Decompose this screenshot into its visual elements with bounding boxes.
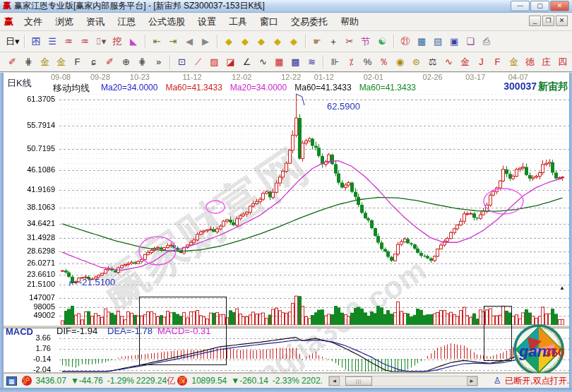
price-scale-icon[interactable]: ⊪ (328, 54, 342, 70)
gold2-angle-icon[interactable]: 金 (506, 54, 521, 70)
diamond-fit-button[interactable]: ◆ (287, 34, 302, 49)
percent-slash-icon[interactable]: ⁒ (344, 54, 359, 70)
zhuang-angle-icon[interactable]: 庄 (539, 54, 554, 70)
fan-tool-icon[interactable]: ◪ (223, 54, 238, 70)
matrix-grid-icon[interactable]: ▦ (272, 54, 287, 70)
stock-name-label: 新宙邦 (538, 81, 568, 93)
circle-grid-icon[interactable]: ⊕ (119, 54, 133, 70)
keyboard-wizard-icon[interactable]: ▦ (6, 376, 17, 386)
mdi-close-button[interactable]: ✕ (556, 16, 568, 26)
hand-tool-button[interactable]: ☛ (310, 34, 325, 49)
gann-grid-icon[interactable]: ⋕ (21, 54, 36, 70)
market-sz-change: ▼-260.14 (231, 376, 268, 386)
market-sh-amount: 2229.24 (136, 376, 167, 386)
spiral-icon[interactable]: ɕ (86, 54, 101, 70)
mdi-minimize-button[interactable]: _ (529, 16, 541, 26)
gann-tool-icon[interactable]: 挖 (110, 34, 125, 49)
scale-pen-icon[interactable]: ⚖ (425, 54, 440, 70)
wave-count-icon[interactable]: ∿ (256, 54, 270, 70)
maximize-button[interactable]: ▢ (530, 1, 549, 11)
last-page-button[interactable]: ⇥ (166, 34, 181, 49)
menu-item-7[interactable]: 工具 (222, 14, 254, 29)
prev-page-button[interactable]: ◀ (182, 34, 197, 49)
save-icon[interactable]: ▣ (447, 34, 462, 49)
scroll-left-arrow[interactable]: ◄ (329, 376, 340, 386)
box-select-icon[interactable]: ⊡ (174, 54, 189, 70)
share-icon[interactable]: ❏ (463, 34, 478, 49)
wave3-icon[interactable]: ♒ (61, 34, 76, 49)
connection-status-text[interactable]: 已断开,双点打开. (505, 375, 569, 387)
festival-icon[interactable]: 节 (359, 34, 374, 49)
angle-tool-icon[interactable]: ∠ (239, 54, 254, 70)
four-angle-icon[interactable]: 四 (555, 54, 570, 70)
peak-price-annotation: 62.5900 (327, 101, 360, 112)
macd-axis-label: -0.14 (11, 355, 51, 363)
f-line-icon[interactable]: F (490, 54, 505, 70)
percent-icon[interactable]: % (360, 54, 375, 70)
lines-icon[interactable]: ≋ (304, 54, 319, 70)
gold-circle-icon[interactable]: ◉ (393, 54, 407, 70)
chart-horizontal-scrollbar[interactable]: ◄ ||| ► (328, 376, 478, 386)
j-line-icon[interactable]: J (474, 54, 489, 70)
candle-style-button[interactable]: ⌷▾ (94, 34, 109, 49)
market-icon-sz[interactable]: 深 (177, 376, 187, 386)
crosshair-button[interactable]: ＋ (326, 34, 341, 49)
scroll-right-arrow[interactable]: ► (467, 376, 477, 386)
brain-icon[interactable]: ☯ (375, 34, 390, 49)
menu-item-5[interactable]: 公式选股 (142, 14, 191, 29)
ray-fan-icon[interactable]: ⟋ (191, 54, 205, 70)
first-page-button[interactable]: ⇤ (150, 34, 165, 49)
toolbar-row-2: ✐⋕金金Fɕ✐⊕⋕»⊡⟋▨◪∠∿▦▩≋⊪⁒%％◉⊜⚖∿金JF金徳庄四 (0, 52, 572, 73)
menu-item-1[interactable]: 文件 (18, 14, 49, 29)
brush-grid-icon[interactable]: ✐ (102, 54, 117, 70)
next-page-button[interactable]: ▶ (198, 34, 213, 49)
menu-item-3[interactable]: 资讯 (80, 14, 111, 29)
calculator-icon[interactable]: ▦ (415, 34, 429, 49)
menu-item-8[interactable]: 窗口 (254, 14, 285, 29)
menu-item-9[interactable]: 交易委托 (285, 14, 334, 29)
close-button[interactable]: ✕ (550, 1, 569, 11)
golden-section-icon[interactable]: 金 (37, 54, 52, 70)
rect-tool-icon[interactable]: ▨ (207, 54, 222, 70)
date-axis-label: 11-12 (182, 73, 201, 81)
menu-item-2[interactable]: 浏览 (49, 14, 80, 29)
ruler-grid-icon[interactable]: ⋕ (135, 54, 150, 70)
brush-icon[interactable]: ✐ (5, 54, 20, 70)
more-tools-button[interactable]: » (151, 54, 166, 70)
gann-box-icon[interactable]: 囨 (29, 34, 44, 49)
cut-tool-button[interactable]: ✂ (342, 34, 357, 49)
diamond-left-button[interactable]: ◆ (222, 34, 237, 49)
de-angle-icon[interactable]: 徳 (523, 54, 537, 70)
scroll-thumb[interactable]: ||| (345, 376, 372, 386)
gold-line-icon[interactable]: ⊜ (409, 54, 424, 70)
wave9-icon[interactable]: ♒ (78, 34, 93, 49)
notepad-icon[interactable]: ▤ (431, 34, 446, 49)
menu-item-10[interactable]: 帮助 (334, 14, 365, 29)
toolbar-row-1: 日▾囨☰♒♒⌷▾挖◣⇤⇥◀▶◆◆◆◆◆☛＋✂节☯㉑▦▤▣❏⎙ (0, 31, 572, 52)
print-icon[interactable]: ⎙ (479, 34, 494, 49)
menu-item-4[interactable]: 江恩 (111, 14, 142, 29)
fibonacci-icon[interactable]: F (70, 54, 85, 70)
percent-line-icon[interactable]: ％ (376, 54, 391, 70)
kline-period-button[interactable]: 日▾ (5, 34, 20, 49)
diamond-compress-button[interactable]: ◆ (270, 34, 285, 49)
menu-item-6[interactable]: 设置 (191, 14, 222, 29)
market-icon-sh[interactable]: 沪 (22, 376, 32, 386)
golden-ratio-icon[interactable]: 金 (54, 54, 68, 70)
diamond-expand-button[interactable]: ◆ (254, 34, 269, 49)
menu-logo-icon: 赢 (4, 16, 13, 28)
macd-dea-value: DEA=-1.78 (107, 326, 153, 336)
shade-grid-icon[interactable]: ▩ (288, 54, 303, 70)
gold-angle-icon[interactable]: 金 (458, 54, 472, 70)
minimize-button[interactable]: — (511, 1, 530, 11)
connection-antenna-icon[interactable]: ♙ (494, 376, 501, 386)
mdi-restore-button[interactable]: ❐ (542, 16, 554, 26)
diamond-right-button[interactable]: ◆ (238, 34, 253, 49)
ab-wave-icon[interactable]: ∿ (441, 54, 456, 70)
spectrum-icon[interactable]: ◣ (126, 34, 141, 49)
volume-pane-corner-icon: ▲ (559, 285, 565, 291)
calendar-icon[interactable]: ㉑ (398, 34, 413, 49)
info-list-icon[interactable]: ☰ (45, 34, 60, 49)
date-axis-label: 12-02 (232, 73, 251, 81)
volume-axis-label: 98005 (11, 302, 55, 311)
